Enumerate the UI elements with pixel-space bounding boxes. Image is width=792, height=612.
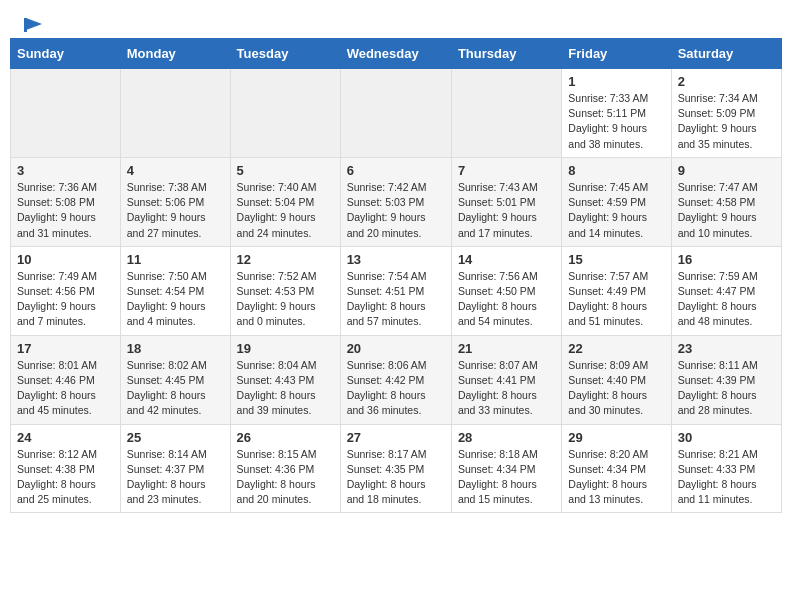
day-number: 26 [237,430,334,445]
calendar-week-3: 10Sunrise: 7:49 AM Sunset: 4:56 PM Dayli… [11,246,782,335]
day-number: 22 [568,341,664,356]
calendar-cell: 11Sunrise: 7:50 AM Sunset: 4:54 PM Dayli… [120,246,230,335]
day-number: 4 [127,163,224,178]
day-info: Sunrise: 7:40 AM Sunset: 5:04 PM Dayligh… [237,180,334,241]
calendar-cell: 26Sunrise: 8:15 AM Sunset: 4:36 PM Dayli… [230,424,340,513]
calendar-cell: 19Sunrise: 8:04 AM Sunset: 4:43 PM Dayli… [230,335,340,424]
calendar-cell: 18Sunrise: 8:02 AM Sunset: 4:45 PM Dayli… [120,335,230,424]
calendar-cell: 23Sunrise: 8:11 AM Sunset: 4:39 PM Dayli… [671,335,781,424]
day-number: 12 [237,252,334,267]
day-number: 7 [458,163,555,178]
svg-marker-0 [26,18,42,30]
calendar-cell: 9Sunrise: 7:47 AM Sunset: 4:58 PM Daylig… [671,157,781,246]
day-info: Sunrise: 7:54 AM Sunset: 4:51 PM Dayligh… [347,269,445,330]
day-number: 8 [568,163,664,178]
page-header [0,0,792,38]
calendar-cell [11,69,121,158]
calendar-cell [120,69,230,158]
day-info: Sunrise: 8:20 AM Sunset: 4:34 PM Dayligh… [568,447,664,508]
calendar-cell: 2Sunrise: 7:34 AM Sunset: 5:09 PM Daylig… [671,69,781,158]
calendar-cell: 8Sunrise: 7:45 AM Sunset: 4:59 PM Daylig… [562,157,671,246]
day-info: Sunrise: 8:18 AM Sunset: 4:34 PM Dayligh… [458,447,555,508]
day-number: 23 [678,341,775,356]
day-info: Sunrise: 8:04 AM Sunset: 4:43 PM Dayligh… [237,358,334,419]
day-info: Sunrise: 7:45 AM Sunset: 4:59 PM Dayligh… [568,180,664,241]
day-info: Sunrise: 7:57 AM Sunset: 4:49 PM Dayligh… [568,269,664,330]
calendar-cell: 10Sunrise: 7:49 AM Sunset: 4:56 PM Dayli… [11,246,121,335]
day-info: Sunrise: 8:09 AM Sunset: 4:40 PM Dayligh… [568,358,664,419]
calendar-cell: 12Sunrise: 7:52 AM Sunset: 4:53 PM Dayli… [230,246,340,335]
calendar-cell: 1Sunrise: 7:33 AM Sunset: 5:11 PM Daylig… [562,69,671,158]
day-info: Sunrise: 8:06 AM Sunset: 4:42 PM Dayligh… [347,358,445,419]
day-info: Sunrise: 7:36 AM Sunset: 5:08 PM Dayligh… [17,180,114,241]
day-number: 14 [458,252,555,267]
day-number: 5 [237,163,334,178]
calendar-cell: 17Sunrise: 8:01 AM Sunset: 4:46 PM Dayli… [11,335,121,424]
day-number: 6 [347,163,445,178]
calendar-cell: 6Sunrise: 7:42 AM Sunset: 5:03 PM Daylig… [340,157,451,246]
day-info: Sunrise: 7:59 AM Sunset: 4:47 PM Dayligh… [678,269,775,330]
calendar-week-4: 17Sunrise: 8:01 AM Sunset: 4:46 PM Dayli… [11,335,782,424]
day-number: 3 [17,163,114,178]
svg-rect-1 [24,18,27,32]
calendar-cell: 5Sunrise: 7:40 AM Sunset: 5:04 PM Daylig… [230,157,340,246]
calendar-cell: 15Sunrise: 7:57 AM Sunset: 4:49 PM Dayli… [562,246,671,335]
calendar-week-1: 1Sunrise: 7:33 AM Sunset: 5:11 PM Daylig… [11,69,782,158]
day-info: Sunrise: 8:14 AM Sunset: 4:37 PM Dayligh… [127,447,224,508]
day-number: 15 [568,252,664,267]
calendar-header-saturday: Saturday [671,39,781,69]
day-number: 16 [678,252,775,267]
calendar-cell: 3Sunrise: 7:36 AM Sunset: 5:08 PM Daylig… [11,157,121,246]
day-info: Sunrise: 8:15 AM Sunset: 4:36 PM Dayligh… [237,447,334,508]
calendar-cell: 4Sunrise: 7:38 AM Sunset: 5:06 PM Daylig… [120,157,230,246]
day-number: 24 [17,430,114,445]
calendar-cell: 25Sunrise: 8:14 AM Sunset: 4:37 PM Dayli… [120,424,230,513]
calendar: SundayMondayTuesdayWednesdayThursdayFrid… [0,38,792,523]
calendar-cell: 29Sunrise: 8:20 AM Sunset: 4:34 PM Dayli… [562,424,671,513]
calendar-header-thursday: Thursday [451,39,561,69]
calendar-week-2: 3Sunrise: 7:36 AM Sunset: 5:08 PM Daylig… [11,157,782,246]
day-number: 13 [347,252,445,267]
day-number: 28 [458,430,555,445]
day-info: Sunrise: 7:47 AM Sunset: 4:58 PM Dayligh… [678,180,775,241]
day-number: 17 [17,341,114,356]
calendar-cell: 14Sunrise: 7:56 AM Sunset: 4:50 PM Dayli… [451,246,561,335]
day-number: 19 [237,341,334,356]
calendar-cell: 20Sunrise: 8:06 AM Sunset: 4:42 PM Dayli… [340,335,451,424]
calendar-header-row: SundayMondayTuesdayWednesdayThursdayFrid… [11,39,782,69]
day-info: Sunrise: 7:56 AM Sunset: 4:50 PM Dayligh… [458,269,555,330]
day-info: Sunrise: 7:33 AM Sunset: 5:11 PM Dayligh… [568,91,664,152]
day-number: 2 [678,74,775,89]
day-number: 9 [678,163,775,178]
day-info: Sunrise: 8:12 AM Sunset: 4:38 PM Dayligh… [17,447,114,508]
calendar-cell: 22Sunrise: 8:09 AM Sunset: 4:40 PM Dayli… [562,335,671,424]
calendar-header-friday: Friday [562,39,671,69]
calendar-cell [451,69,561,158]
calendar-cell: 30Sunrise: 8:21 AM Sunset: 4:33 PM Dayli… [671,424,781,513]
calendar-cell: 28Sunrise: 8:18 AM Sunset: 4:34 PM Dayli… [451,424,561,513]
calendar-cell [340,69,451,158]
day-number: 18 [127,341,224,356]
day-number: 20 [347,341,445,356]
day-number: 11 [127,252,224,267]
day-number: 30 [678,430,775,445]
calendar-header-sunday: Sunday [11,39,121,69]
calendar-header-monday: Monday [120,39,230,69]
day-number: 1 [568,74,664,89]
logo [20,16,44,30]
day-number: 29 [568,430,664,445]
calendar-cell: 16Sunrise: 7:59 AM Sunset: 4:47 PM Dayli… [671,246,781,335]
day-info: Sunrise: 8:21 AM Sunset: 4:33 PM Dayligh… [678,447,775,508]
calendar-cell: 24Sunrise: 8:12 AM Sunset: 4:38 PM Dayli… [11,424,121,513]
day-info: Sunrise: 7:38 AM Sunset: 5:06 PM Dayligh… [127,180,224,241]
day-info: Sunrise: 8:07 AM Sunset: 4:41 PM Dayligh… [458,358,555,419]
day-info: Sunrise: 7:49 AM Sunset: 4:56 PM Dayligh… [17,269,114,330]
calendar-cell: 13Sunrise: 7:54 AM Sunset: 4:51 PM Dayli… [340,246,451,335]
day-number: 27 [347,430,445,445]
calendar-header-wednesday: Wednesday [340,39,451,69]
day-number: 21 [458,341,555,356]
day-number: 25 [127,430,224,445]
day-number: 10 [17,252,114,267]
day-info: Sunrise: 7:43 AM Sunset: 5:01 PM Dayligh… [458,180,555,241]
logo-flag-icon [22,16,44,34]
